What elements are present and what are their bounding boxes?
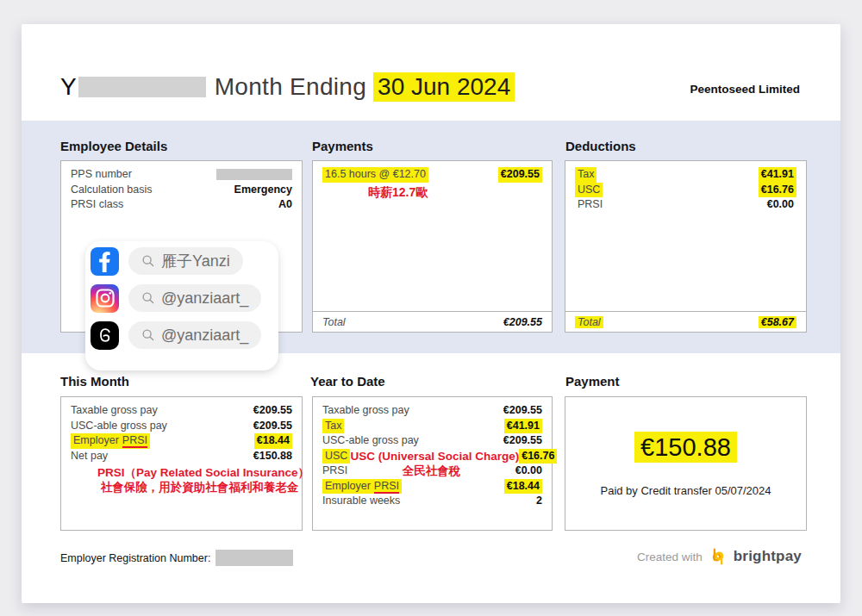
table-row: USC USC (Universal Social Charge) €16.76 xyxy=(313,449,552,464)
employee-name-initial: Y xyxy=(60,73,77,101)
payments-total-label: Total xyxy=(322,316,346,328)
calculation-basis-value: Emergency xyxy=(234,183,292,198)
payment-line-value: €209.55 xyxy=(498,167,542,183)
brightpay-wordmark: brightpay xyxy=(734,548,802,565)
prsi-value: €0.00 xyxy=(767,197,796,213)
period-end-date: 30 Jun 2024 xyxy=(373,72,515,102)
brightpay-logo-icon xyxy=(709,547,728,566)
deductions-total-value: €58.67 xyxy=(759,316,796,328)
facebook-search-pill[interactable]: 雁子Yanzi xyxy=(128,247,243,275)
company-name: Peentoseed Limited xyxy=(690,83,800,96)
this-month-heading: This Month xyxy=(60,374,129,389)
redacted-registration-number xyxy=(216,550,293,566)
table-row: Taxable gross pay €209.55 xyxy=(313,403,552,419)
payment-panel: €150.88 Paid by Credit transfer 05/07/20… xyxy=(565,396,807,531)
payments-total-row: Total €209.55 xyxy=(313,311,552,332)
usc-annotation: USC (Universal Social Charge) xyxy=(350,449,519,464)
instagram-search-pill[interactable]: @yanziaart_ xyxy=(128,284,261,312)
ytd-uscable-gross-pay-label: USC-able gross pay xyxy=(322,433,419,449)
tax-value: €41.91 xyxy=(759,167,796,183)
table-row: PPS number xyxy=(61,167,302,183)
taxable-gross-pay-value: €209.55 xyxy=(253,403,292,419)
search-icon xyxy=(141,254,155,268)
table-row: EmployerPRSI €18.44 xyxy=(61,433,302,449)
payments-total-value: €209.55 xyxy=(503,316,542,328)
threads-handle: @yanziaart_ xyxy=(161,327,248,345)
ytd-employer-prsi-value: €18.44 xyxy=(504,479,542,495)
deductions-total-label: Total xyxy=(575,316,603,328)
payslip-page: Y Month Ending 30 Jun 2024 Peentoseed Li… xyxy=(0,0,862,616)
table-row: Tax €41.91 xyxy=(565,167,806,183)
search-icon xyxy=(141,328,155,342)
tax-label: Tax xyxy=(575,167,597,183)
table-row: USC-able gross pay €209.55 xyxy=(61,419,302,434)
calculation-basis-label: Calculation basis xyxy=(71,183,153,198)
insurable-weeks-value: 2 xyxy=(536,494,542,509)
net-pay-value: €150.88 xyxy=(253,449,292,464)
title-month-ending: Month Ending xyxy=(215,73,366,101)
search-icon xyxy=(141,291,155,305)
prsi-label: PRSI xyxy=(575,197,603,213)
net-pay-label: Net pay xyxy=(71,449,108,464)
deductions-total-row: Total €58.67 xyxy=(565,311,806,332)
payment-heading: Payment xyxy=(565,374,620,389)
ytd-taxable-gross-pay-label: Taxable gross pay xyxy=(322,403,409,419)
table-row: USC-able gross pay €209.55 xyxy=(313,433,552,449)
payments-panel: 16.5 hours @ €12.70 €209.55 時薪12.7歐 Tota… xyxy=(312,160,553,333)
deductions-panel: Tax €41.91 USC €16.76 PRSI €0.00 Total €… xyxy=(565,160,807,333)
facebook-handle: 雁子Yanzi xyxy=(161,251,230,271)
ytd-usc-value: €16.76 xyxy=(519,449,557,464)
year-to-date-heading: Year to Date xyxy=(310,374,385,389)
prsi-annotation: PRSI（Pay Related Social Insurance） 社會保險，… xyxy=(61,465,302,495)
social-handles: 雁子Yanzi @yanziaart_ @yanziaart_ xyxy=(91,246,261,358)
facebook-icon xyxy=(91,247,119,276)
uscable-gross-pay-value: €209.55 xyxy=(253,419,292,434)
deductions-heading: Deductions xyxy=(565,139,636,153)
net-payment-amount: €150.88 xyxy=(565,433,806,462)
threads-icon xyxy=(91,321,119,350)
redacted-employee-name xyxy=(78,77,206,97)
ytd-usc-label: USC xyxy=(322,449,350,464)
prsi-annotation-line2: 社會保險，用於資助社會福利和養老金 xyxy=(97,480,302,495)
redacted-pps-number xyxy=(216,169,292,180)
created-with-label: Created with xyxy=(637,551,703,563)
this-month-panel: Taxable gross pay €209.55 USC-able gross… xyxy=(60,396,303,531)
payments-heading: Payments xyxy=(312,139,373,153)
ytd-prsi-value: €0.00 xyxy=(515,464,542,479)
ytd-uscable-gross-pay-value: €209.55 xyxy=(503,433,542,449)
prsi-red-underline: PRSI xyxy=(122,434,147,448)
list-item: @yanziaart_ xyxy=(91,320,261,350)
payment-line-label: 16.5 hours @ €12.70 xyxy=(322,167,428,183)
table-row: PRSI 全民社會稅 €0.00 xyxy=(313,464,552,479)
ytd-taxable-gross-pay-value: €209.55 xyxy=(503,403,542,419)
employer-prsi-value: €18.44 xyxy=(254,433,292,449)
prsi-chinese-annotation: 全民社會稅 xyxy=(347,464,515,479)
ytd-prsi-label: PRSI xyxy=(322,464,347,479)
prsi-class-label: PRSI class xyxy=(71,197,123,213)
table-row: 16.5 hours @ €12.70 €209.55 xyxy=(313,167,552,183)
prsi-class-value: A0 xyxy=(278,197,292,213)
ytd-tax-label: Tax xyxy=(322,419,344,434)
table-row: Calculation basis Emergency xyxy=(61,183,302,198)
table-row: Insurable weeks 2 xyxy=(313,494,552,509)
employer-registration: Employer Registration Number: xyxy=(60,550,293,566)
table-row: Taxable gross pay €209.55 xyxy=(61,403,302,419)
instagram-icon xyxy=(91,284,119,313)
threads-search-pill[interactable]: @yanziaart_ xyxy=(128,321,261,349)
instagram-handle: @yanziaart_ xyxy=(161,289,248,308)
table-row: PRSI €0.00 xyxy=(565,197,806,213)
taxable-gross-pay-label: Taxable gross pay xyxy=(71,403,158,419)
prsi-red-underline: PRSI xyxy=(374,480,399,494)
ytd-employer-prsi-label: EmployerPRSI xyxy=(322,479,402,495)
brightpay-credit: Created with brightpay xyxy=(637,547,802,566)
usc-label: USC xyxy=(575,183,603,198)
employee-details-heading: Employee Details xyxy=(60,139,167,153)
usc-value: €16.76 xyxy=(759,183,796,198)
ytd-tax-value: €41.91 xyxy=(504,419,542,434)
prsi-annotation-line1: PRSI（Pay Related Social Insurance） xyxy=(97,465,302,480)
pps-number-label: PPS number xyxy=(71,167,132,183)
table-row: Net pay €150.88 xyxy=(61,449,302,464)
employer-prsi-label: EmployerPRSI xyxy=(71,433,150,449)
table-row: PRSI class A0 xyxy=(61,197,302,213)
table-row: EmployerPRSI €18.44 xyxy=(313,479,552,495)
